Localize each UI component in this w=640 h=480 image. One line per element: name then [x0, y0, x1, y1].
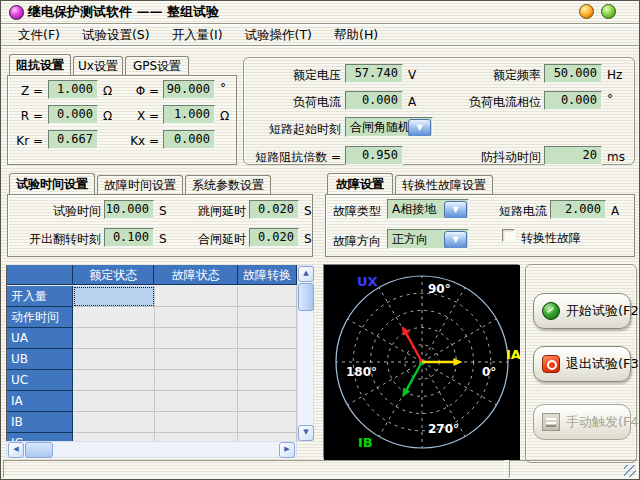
r-input[interactable]: 0.000	[48, 105, 98, 124]
table-row-header-1[interactable]: 动作时间	[7, 307, 73, 328]
table-cell[interactable]	[73, 328, 155, 349]
title-bar[interactable]: 继电保护测试软件 —— 整组试验	[1, 1, 639, 23]
table-cell[interactable]	[238, 349, 297, 370]
short-current-label: 短路电流	[495, 203, 547, 219]
angle-label: 180°	[346, 365, 377, 379]
fault-direction-dropdown[interactable]: 正方向 ▼	[387, 229, 469, 249]
scroll-up-icon[interactable]: ▲	[298, 266, 314, 282]
table-hscrollbar[interactable]: ◀ ▶	[6, 441, 297, 458]
short-start-dropdown[interactable]: 合闸角随机 ▼	[345, 117, 433, 137]
impedance-tab-0[interactable]: 阻抗设置	[9, 54, 71, 75]
table-cell[interactable]	[155, 412, 239, 433]
table-row-header-7[interactable]: IC	[7, 433, 73, 441]
table-cell[interactable]	[155, 433, 239, 441]
close-delay-label: 合闸延时	[184, 231, 246, 247]
manual-trigger-button[interactable]: 手动触发(F4)	[533, 404, 631, 440]
load-current-input[interactable]: 0.000	[345, 91, 403, 110]
table-cell[interactable]	[238, 412, 297, 433]
table-cell[interactable]	[73, 286, 155, 307]
load-current-phase-input[interactable]: 0.000	[544, 91, 602, 110]
exit-test-button[interactable]: 退出试验(F3)	[533, 346, 631, 382]
fault-type-dropdown[interactable]: A相接地 ▼	[387, 199, 469, 219]
resize-grip[interactable]	[624, 465, 636, 477]
chevron-down-icon[interactable]: ▼	[408, 119, 431, 137]
chevron-down-icon[interactable]: ▼	[444, 231, 467, 249]
table-row-header-5[interactable]: IA	[7, 391, 73, 412]
x-input[interactable]: 1.000	[163, 105, 215, 124]
impedance-tab-1[interactable]: Ux设置	[73, 56, 123, 75]
scroll-right-icon[interactable]: ▶	[279, 442, 295, 458]
test-time-input[interactable]: 10.000	[104, 200, 154, 219]
table-cell[interactable]	[73, 433, 155, 441]
table-cell[interactable]	[238, 286, 297, 307]
fault-tab-0[interactable]: 故障设置	[327, 173, 393, 194]
impedance-tab-2[interactable]: GPS设置	[125, 56, 189, 75]
short-current-input[interactable]: 2.000	[550, 200, 606, 219]
table-cell[interactable]	[73, 307, 155, 328]
table-row-header-6[interactable]: IB	[7, 412, 73, 433]
menu-item-file[interactable]: 文件(F)	[7, 25, 71, 45]
table-col-header-0[interactable]: 额定状态	[73, 265, 155, 285]
angle-label: 0°	[482, 365, 496, 379]
table-cell[interactable]	[155, 370, 239, 391]
rated-freq-input[interactable]: 50.000	[544, 64, 602, 83]
phase-label-IA: IA	[506, 347, 520, 362]
table-col-header-2[interactable]: 故障转换	[238, 265, 297, 285]
table-cell[interactable]	[73, 370, 155, 391]
chevron-down-icon[interactable]: ▼	[444, 201, 467, 219]
red-power-icon	[542, 355, 560, 373]
table-cell[interactable]	[73, 412, 155, 433]
table-vscrollbar[interactable]: ▲ ▼	[297, 265, 314, 441]
fault-type-label: 故障类型	[329, 203, 381, 219]
table-cell[interactable]	[238, 433, 297, 441]
table-col-header-1[interactable]: 故障状态	[154, 265, 238, 285]
table-cell[interactable]	[238, 391, 297, 412]
table-cell[interactable]	[238, 307, 297, 328]
table-cell[interactable]	[73, 349, 155, 370]
menu-item-test-settings[interactable]: 试验设置(S)	[71, 25, 161, 45]
kr-input[interactable]: 0.667	[48, 130, 98, 149]
trip-delay-input[interactable]: 0.020	[249, 200, 299, 219]
table-cell[interactable]	[155, 328, 239, 349]
z-input[interactable]: 1.000	[48, 80, 98, 99]
fault-tab-1[interactable]: 转换性故障设置	[395, 175, 493, 194]
table-row-header-3[interactable]: UB	[7, 349, 73, 370]
table-row-header-2[interactable]: UA	[7, 328, 73, 349]
kx-input[interactable]: 0.000	[163, 130, 215, 149]
menu-item-help[interactable]: 帮助(H)	[323, 25, 389, 45]
time-tab-0[interactable]: 试验时间设置	[9, 173, 95, 194]
convert-fault-checkbox[interactable]	[502, 229, 515, 242]
close-button[interactable]	[601, 4, 616, 19]
table-cell[interactable]	[155, 349, 239, 370]
vscroll-thumb[interactable]	[298, 283, 314, 311]
table-row-header-0[interactable]: 开入量	[7, 286, 73, 307]
scroll-down-icon[interactable]: ▼	[298, 425, 314, 441]
start-test-button[interactable]: 开始试验(F2)	[533, 293, 631, 329]
close-delay-unit: S	[304, 231, 312, 247]
time-tab-2[interactable]: 系统参数设置	[185, 175, 271, 194]
table-row: UC	[7, 370, 297, 391]
time-tab-1[interactable]: 故障时间设置	[97, 175, 183, 194]
close-delay-input[interactable]: 0.020	[249, 228, 299, 247]
button-label: 开始试验(F2)	[566, 302, 640, 320]
green-sphere-icon	[542, 302, 560, 320]
flip-time-input[interactable]: 0.100	[104, 228, 154, 247]
anti-shake-input[interactable]: 20	[544, 146, 602, 165]
trip-delay-label: 跳闸延时	[184, 203, 246, 219]
scroll-left-icon[interactable]: ◀	[8, 442, 24, 458]
rated-voltage-input[interactable]: 57.740	[345, 64, 403, 83]
menu-item-binary-input[interactable]: 开入量(I)	[161, 25, 234, 45]
table-cell[interactable]	[73, 391, 155, 412]
hscroll-thumb[interactable]	[25, 442, 53, 458]
table-cell[interactable]	[238, 328, 297, 349]
table-cell[interactable]	[155, 286, 239, 307]
table-row-header-4[interactable]: UC	[7, 370, 73, 391]
minimize-button[interactable]	[579, 4, 594, 19]
phi-input[interactable]: 90.000	[163, 80, 215, 99]
table-cell[interactable]	[155, 391, 239, 412]
table-cell[interactable]	[238, 370, 297, 391]
table-cell[interactable]	[155, 307, 239, 328]
impedance-multiple-input[interactable]: 0.950	[345, 146, 403, 165]
table-row: IB	[7, 412, 297, 433]
menu-item-test-operation[interactable]: 试验操作(T)	[234, 25, 323, 45]
